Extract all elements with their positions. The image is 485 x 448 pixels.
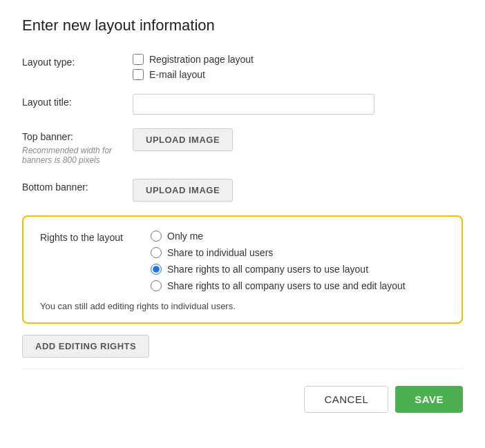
rights-option-individual[interactable]: Share to individual users: [151, 247, 406, 258]
layout-type-row: Layout type: Registration page layout E-…: [22, 54, 463, 80]
rights-option-all-use[interactable]: Share rights to all company users to use…: [151, 264, 406, 275]
top-banner-label-text: Top banner:: [22, 131, 73, 142]
layout-type-options: Registration page layout E-mail layout: [133, 54, 463, 80]
rights-option-all-edit[interactable]: Share rights to all company users to use…: [151, 280, 406, 291]
dialog-title: Enter new layout information: [22, 17, 463, 35]
rights-radio-all-use[interactable]: [151, 264, 162, 275]
top-banner-note: Recommended width for banners is 800 pix…: [22, 146, 133, 165]
layout-type-option-email-label: E-mail layout: [149, 69, 205, 80]
rights-radio-individual[interactable]: [151, 247, 162, 258]
top-banner-label: Top banner: Recommended width for banner…: [22, 128, 133, 165]
top-banner-row: Top banner: Recommended width for banner…: [22, 128, 463, 165]
layout-title-row: Layout title:: [22, 94, 463, 115]
top-banner-upload-button[interactable]: UPLOAD IMAGE: [133, 128, 233, 151]
rights-option-all-edit-label: Share rights to all company users to use…: [167, 280, 406, 291]
layout-title-label: Layout title:: [22, 94, 133, 108]
bottom-banner-label: Bottom banner:: [22, 179, 133, 193]
cancel-button[interactable]: CANCEL: [304, 386, 388, 413]
rights-option-only-me-label: Only me: [167, 231, 203, 242]
footer-buttons: CANCEL SAVE: [22, 369, 463, 413]
bottom-banner-content: UPLOAD IMAGE: [133, 179, 463, 202]
add-editing-rights-button[interactable]: ADD EDITING RIGHTS: [22, 335, 149, 358]
bottom-banner-upload-button[interactable]: UPLOAD IMAGE: [133, 179, 233, 202]
layout-type-checkbox-reg[interactable]: [133, 54, 144, 65]
rights-option-only-me[interactable]: Only me: [151, 231, 406, 242]
rights-option-individual-label: Share to individual users: [167, 247, 273, 258]
layout-title-input[interactable]: [133, 94, 374, 115]
dialog: Enter new layout information Layout type…: [0, 0, 485, 429]
layout-title-content: [133, 94, 463, 115]
layout-type-option-reg-label: Registration page layout: [149, 54, 254, 65]
rights-radio-all-edit[interactable]: [151, 280, 162, 291]
rights-note: You can still add editing rights to indi…: [40, 301, 445, 311]
save-button[interactable]: SAVE: [395, 386, 463, 413]
rights-radio-only-me[interactable]: [151, 231, 162, 242]
layout-type-option-reg[interactable]: Registration page layout: [133, 54, 463, 65]
top-banner-content: UPLOAD IMAGE: [133, 128, 463, 151]
rights-box: Rights to the layout Only me Share to in…: [22, 215, 463, 324]
rights-option-all-use-label: Share rights to all company users to use…: [167, 264, 368, 275]
layout-type-option-email[interactable]: E-mail layout: [133, 69, 463, 80]
rights-row: Rights to the layout Only me Share to in…: [40, 231, 445, 291]
rights-label: Rights to the layout: [40, 231, 151, 243]
layout-type-checkbox-email[interactable]: [133, 69, 144, 80]
layout-type-label: Layout type:: [22, 54, 133, 68]
rights-options: Only me Share to individual users Share …: [151, 231, 406, 291]
bottom-banner-row: Bottom banner: UPLOAD IMAGE: [22, 179, 463, 202]
